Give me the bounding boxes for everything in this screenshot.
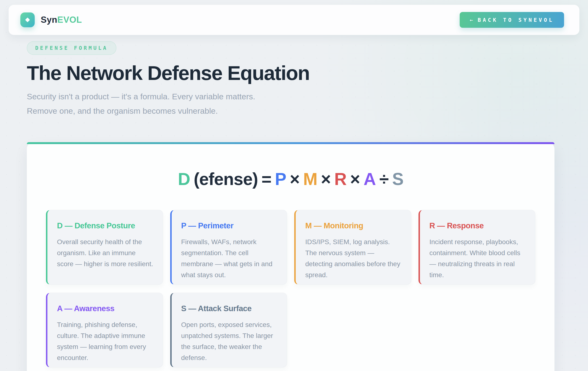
formula-token-10: ÷ <box>379 169 388 189</box>
variable-card-title: S — Attack Surface <box>181 304 278 313</box>
variable-card-description: Open ports, exposed services, unpatched … <box>181 319 278 363</box>
synevol-logo-icon <box>20 12 35 27</box>
brand-link[interactable]: SynEVOL <box>20 12 82 27</box>
formula-token-6: × <box>321 169 331 189</box>
page-subtitle: Security isn't a product — it's a formul… <box>27 89 530 118</box>
formula-token-4: × <box>290 169 300 189</box>
variable-card-title: P — Perimeter <box>181 221 278 230</box>
formula-token-0: D <box>178 169 190 189</box>
variable-card-R: R — Response Incident response, playbook… <box>419 210 536 285</box>
back-arrow-icon: ← <box>470 17 473 23</box>
formula-token-8: × <box>350 169 360 189</box>
formula-token-5: M <box>303 169 317 189</box>
variable-card-description: Overall security health of the organism.… <box>57 237 154 269</box>
variable-card-description: IDS/IPS, SIEM, log analysis. The nervous… <box>305 237 402 280</box>
variable-card-description: Training, phishing defense, culture. The… <box>57 319 154 363</box>
site-header: SynEVOL ← BACK TO SYNEVOL <box>9 5 579 35</box>
variable-card-S: S — Attack Surface Open ports, exposed s… <box>170 293 287 367</box>
formula-token-7: R <box>334 169 346 189</box>
defense-formula-badge: DEFENSE FORMULA <box>27 41 116 55</box>
hero-section: DEFENSE FORMULA The Network Defense Equa… <box>27 41 530 118</box>
variable-card-D: D — Defense Posture Overall security hea… <box>46 210 163 285</box>
variable-card-description: Firewalls, WAFs, network segmentation. T… <box>181 237 278 280</box>
brand-name-prefix: Syn <box>41 15 57 25</box>
formula-panel: D(efense)=P×M×R×A÷S D — Defense Posture … <box>27 142 555 371</box>
back-to-synevol-button[interactable]: ← BACK TO SYNEVOL <box>460 12 564 28</box>
variable-card-title: A — Awareness <box>57 304 154 313</box>
formula-token-11: S <box>392 169 403 189</box>
brand-name: SynEVOL <box>41 15 82 25</box>
brand-name-suffix: EVOL <box>57 15 82 25</box>
page-title: The Network Defense Equation <box>27 62 530 84</box>
variable-card-P: P — Perimeter Firewalls, WAFs, network s… <box>170 210 287 285</box>
back-button-label: BACK TO SYNEVOL <box>478 17 554 23</box>
variable-card-title: D — Defense Posture <box>57 221 154 230</box>
variable-card-description: Incident response, playbooks, containmen… <box>430 237 526 280</box>
variable-card-title: R — Response <box>430 221 526 230</box>
diamond-icon <box>25 18 30 22</box>
formula-token-3: P <box>275 169 286 189</box>
formula-token-2: = <box>262 169 271 189</box>
defense-equation: D(efense)=P×M×R×A÷S <box>46 169 535 189</box>
subtitle-line-1: Security isn't a product — it's a formul… <box>27 89 530 104</box>
variable-card-A: A — Awareness Training, phishing defense… <box>46 293 163 367</box>
subtitle-line-2: Remove one, and the organism becomes vul… <box>27 104 530 118</box>
formula-token-9: A <box>363 169 376 189</box>
variable-card-title: M — Monitoring <box>305 221 402 230</box>
variable-cards-grid: D — Defense Posture Overall security hea… <box>46 210 535 367</box>
formula-token-1: (efense) <box>194 169 258 189</box>
variable-card-M: M — Monitoring IDS/IPS, SIEM, log analys… <box>294 210 411 285</box>
